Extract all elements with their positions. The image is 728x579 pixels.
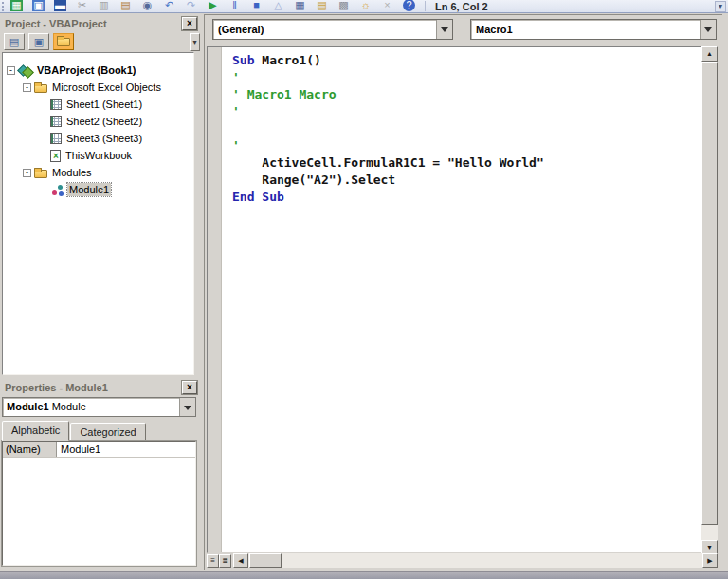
- disabled-x-button[interactable]: ×: [381, 0, 393, 11]
- paste-button[interactable]: ▤: [119, 0, 132, 11]
- project-panel-header[interactable]: Project - VBAProject ×: [2, 15, 200, 31]
- tree-item-thisworkbook[interactable]: ThisWorkbook: [3, 147, 193, 164]
- help-button[interactable]: ?: [403, 0, 415, 11]
- project-tree: -VBAProject (Book1)-Microsoft Excel Obje…: [2, 52, 194, 375]
- tree-item-label: ThisWorkbook: [64, 149, 134, 162]
- folder-icon: [57, 38, 70, 46]
- properties-window-button[interactable]: ▤: [316, 0, 328, 11]
- view-code-button[interactable]: ▤: [4, 33, 25, 50]
- code-text[interactable]: Sub Macro1()'' Macro1 Macro' ' ActiveCel…: [223, 47, 701, 552]
- project-toolbar-overflow-button[interactable]: ▾: [190, 33, 200, 51]
- code-margin-indicator-bar: [208, 47, 222, 552]
- tree-item-label: Sheet2 (Sheet2): [64, 115, 144, 128]
- object-selector-type: Module: [52, 401, 86, 412]
- toolbar-separator: [425, 1, 426, 11]
- undo-button[interactable]: ↶: [163, 0, 175, 11]
- properties-grid-rows: (Name)Module1: [2, 441, 196, 566]
- cut-button[interactable]: ✂: [76, 0, 88, 11]
- break-button[interactable]: ‖: [228, 0, 241, 11]
- tree-item-label: Microsoft Excel Objects: [50, 81, 163, 94]
- toolbox-button[interactable]: ☼: [359, 0, 372, 11]
- tree-item-module1[interactable]: Module1: [3, 181, 193, 198]
- tree-item-label: Module1: [67, 183, 111, 196]
- toolbar-options-button[interactable]: ▾: [715, 1, 726, 12]
- properties-tabs: Alphabetic Categorized: [2, 421, 196, 441]
- code-line: ': [232, 69, 697, 86]
- tree-item-vbaproject-book1[interactable]: -VBAProject (Book1): [3, 62, 193, 79]
- tree-item-label: Modules: [50, 166, 94, 179]
- folder-icon: [34, 84, 47, 93]
- code-vertical-scrollbar[interactable]: ▲ ▼: [701, 46, 718, 555]
- window-bottom-edge: [0, 571, 728, 579]
- worksheet-icon: [50, 99, 62, 110]
- code-combo-row: (General) Macro1: [205, 19, 722, 42]
- object-selector-name: Module1: [7, 401, 49, 412]
- run-sub-button[interactable]: ▶: [207, 0, 219, 11]
- scroll-right-icon[interactable]: ▶: [702, 553, 718, 568]
- tree-item-label: Sheet3 (Sheet3): [64, 132, 144, 145]
- code-line: End Sub: [232, 189, 697, 206]
- tree-item-microsoft-excel-objects[interactable]: -Microsoft Excel Objects: [3, 79, 193, 96]
- code-line: ' Macro1 Macro: [232, 86, 697, 103]
- workbook-icon: [50, 150, 61, 162]
- full-module-view-button[interactable]: ≣: [219, 554, 231, 568]
- folder-icon: [34, 170, 47, 178]
- properties-panel-title: Properties - Module1: [5, 382, 108, 393]
- procedure-dropdown[interactable]: Macro1: [470, 19, 717, 40]
- find-button[interactable]: ◉: [141, 0, 154, 11]
- design-mode-button[interactable]: △: [272, 0, 284, 11]
- object-dropdown-value: (General): [213, 20, 436, 39]
- object-selector-dropdown[interactable]: Module1 Module: [2, 397, 196, 417]
- collapse-icon[interactable]: -: [7, 66, 15, 75]
- tree-item-sheet1[interactable]: Sheet1 (Sheet1): [3, 96, 193, 113]
- property-row[interactable]: (Name)Module1: [3, 442, 195, 458]
- horizontal-scroll-thumb[interactable]: [249, 553, 282, 568]
- object-browser-button[interactable]: ▩: [337, 0, 350, 11]
- object-dropdown[interactable]: (General): [212, 19, 453, 40]
- procedure-dropdown-arrow-icon[interactable]: [700, 20, 716, 39]
- worksheet-icon: [50, 133, 62, 144]
- collapse-icon[interactable]: -: [23, 83, 31, 92]
- standard-toolbar: ▦▣▬✂▥▤◉↶↷▶‖■△▦▤▩☼×? Ln 6, Col 2 ▾: [0, 0, 728, 13]
- procedure-view-button[interactable]: ≡: [207, 554, 219, 568]
- tree-item-modules[interactable]: -Modules: [3, 164, 193, 181]
- collapse-icon[interactable]: -: [23, 169, 31, 177]
- properties-panel-header[interactable]: Properties - Module1 ×: [2, 379, 200, 395]
- toggle-folders-button[interactable]: [53, 33, 74, 50]
- tab-alphabetic[interactable]: Alphabetic: [2, 421, 69, 441]
- toolbar-grip[interactable]: [2, 2, 5, 11]
- code-line: Sub Macro1(): [232, 52, 697, 69]
- project-close-button[interactable]: ×: [182, 17, 197, 30]
- properties-panel: Properties - Module1 × Module1 Module Al…: [2, 379, 200, 569]
- reset-button[interactable]: ■: [250, 0, 263, 11]
- project-explorer-button[interactable]: ▦: [294, 0, 306, 11]
- code-horizontal-scrollbar[interactable]: ◀ ▶: [233, 553, 718, 568]
- procedure-dropdown-value: Macro1: [471, 20, 700, 39]
- tree-item-sheet2[interactable]: Sheet2 (Sheet2): [3, 113, 193, 130]
- scroll-left-icon[interactable]: ◀: [233, 553, 248, 568]
- copy-button[interactable]: ▥: [98, 0, 110, 11]
- worksheet-icon: [50, 116, 62, 127]
- tab-categorized[interactable]: Categorized: [70, 423, 145, 441]
- save-button[interactable]: ▬: [54, 0, 66, 11]
- properties-close-button[interactable]: ×: [182, 381, 197, 394]
- insert-userform-button[interactable]: ▣: [32, 0, 45, 11]
- code-editor-surface[interactable]: Sub Macro1()'' Macro1 Macro' ' ActiveCel…: [207, 46, 701, 553]
- code-window: (General) Macro1 Sub Macro1()'' Macro1 M…: [204, 14, 722, 570]
- project-toolbar: ▤▣ ▾: [2, 31, 200, 52]
- project-toolbar-buttons: ▤▣: [4, 33, 78, 50]
- property-value[interactable]: Module1: [57, 442, 195, 457]
- code-line: ActiveCell.FormulaR1C1 = "Hello World": [232, 154, 697, 172]
- tree-item-sheet3[interactable]: Sheet3 (Sheet3): [3, 130, 193, 147]
- view-microsoft-excel-button[interactable]: ▦: [10, 0, 23, 11]
- view-object-button[interactable]: ▣: [28, 33, 49, 50]
- project-panel-title: Project - VBAProject: [5, 18, 107, 29]
- code-line: ': [232, 103, 697, 120]
- object-selector-arrow-icon[interactable]: [179, 398, 195, 416]
- vertical-scroll-thumb[interactable]: [701, 62, 718, 525]
- vba-project-icon: [18, 64, 32, 77]
- scroll-up-icon[interactable]: ▲: [701, 46, 718, 62]
- project-explorer-panel: Project - VBAProject × ▤▣ ▾ -VBAProject …: [2, 15, 200, 375]
- redo-button[interactable]: ↷: [185, 0, 197, 11]
- object-dropdown-arrow-icon[interactable]: [436, 20, 452, 39]
